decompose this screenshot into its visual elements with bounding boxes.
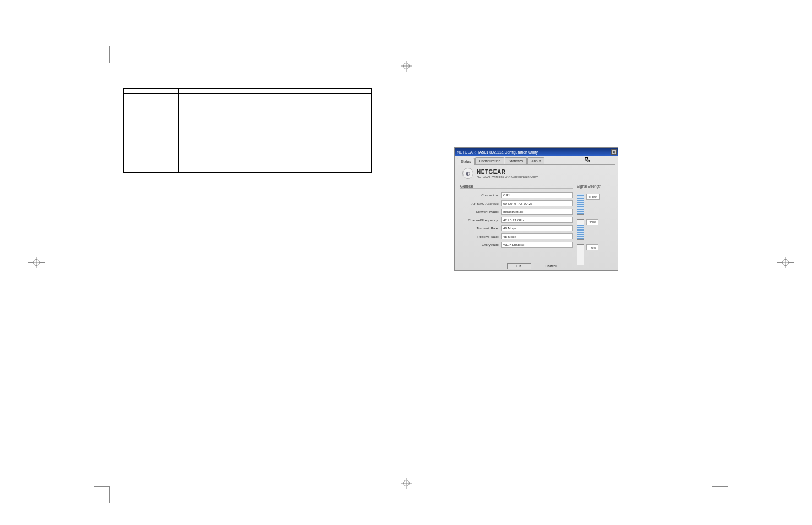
field-receive-rate: Receive Rate: 48 Mbps — [460, 233, 573, 239]
document-table — [123, 88, 372, 173]
registration-mark — [403, 57, 410, 75]
crop-mark — [712, 62, 728, 63]
field-connect-to: Connect to: CR1 — [460, 192, 573, 198]
network-mode-value: Infrastructure — [501, 209, 573, 215]
signal-bar-1 — [577, 194, 584, 215]
configuration-dialog: NETGEAR HA501 802.11a Configuration Util… — [454, 147, 618, 271]
tab-statistics[interactable]: Statistics — [505, 157, 527, 164]
signal-strength-group: Signal Strength 100% 75% 0% — [577, 182, 612, 270]
registration-mark — [403, 474, 410, 492]
tab-configuration[interactable]: Configuration — [475, 157, 504, 164]
general-legend: General — [460, 184, 573, 188]
field-network-mode: Network Mode: Infrastructure — [460, 209, 573, 215]
field-transmit-rate: Transmit Rate: 48 Mbps — [460, 225, 573, 231]
crop-mark — [712, 46, 713, 63]
field-encryption: Encryption: WEP Enabled — [460, 242, 573, 248]
brand-name: NETGEAR — [477, 169, 538, 175]
signal-percent-1: 100% — [586, 194, 600, 200]
cancel-button[interactable]: Cancel — [537, 263, 565, 269]
receive-rate-value: 48 Mbps — [501, 233, 573, 239]
crop-mark — [94, 486, 110, 488]
signal-percent-3: 0% — [586, 244, 598, 250]
tab-strip: Status Configuration Statistics About — [455, 156, 618, 164]
crop-mark — [109, 486, 110, 503]
transmit-rate-value: 48 Mbps — [501, 225, 573, 231]
registration-mark — [28, 259, 45, 266]
crop-mark — [712, 486, 713, 503]
signal-percent-2: 75% — [586, 219, 598, 225]
channel-freq-value: 42 / 5.21 GHz — [501, 217, 573, 223]
field-channel-freq: Channel/Frequency: 42 / 5.21 GHz — [460, 217, 573, 223]
field-ap-mac: AP MAC Address: 00-E0-7F-A8-00-27 — [460, 200, 573, 206]
registration-mark — [777, 259, 794, 266]
netgear-logo-icon: ◐ — [462, 168, 473, 179]
crop-mark — [712, 486, 728, 488]
ok-button[interactable]: OK — [507, 263, 531, 269]
connect-to-value: CR1 — [501, 192, 573, 198]
tab-status[interactable]: Status — [457, 158, 475, 165]
close-icon[interactable]: × — [611, 149, 617, 155]
crop-mark — [109, 46, 110, 63]
signal-bar-2 — [577, 219, 584, 240]
crop-mark — [94, 62, 110, 63]
general-group: General Connect to: CR1 AP MAC Address: … — [460, 182, 573, 270]
brand-subtitle: NETGEAR Wireless LAN Configuration Utili… — [477, 175, 538, 178]
encryption-value: WEP Enabled — [501, 242, 573, 248]
brand-row: ◐ NETGEAR NETGEAR Wireless LAN Configura… — [455, 165, 618, 181]
dialog-titlebar: NETGEAR HA501 802.11a Configuration Util… — [455, 148, 618, 156]
dialog-title: NETGEAR HA501 802.11a Configuration Util… — [457, 150, 538, 154]
dialog-button-row: OK Cancel — [455, 260, 618, 269]
tab-about[interactable]: About — [527, 157, 544, 164]
ap-mac-value: 00-E0-7F-A8-00-27 — [501, 200, 573, 206]
